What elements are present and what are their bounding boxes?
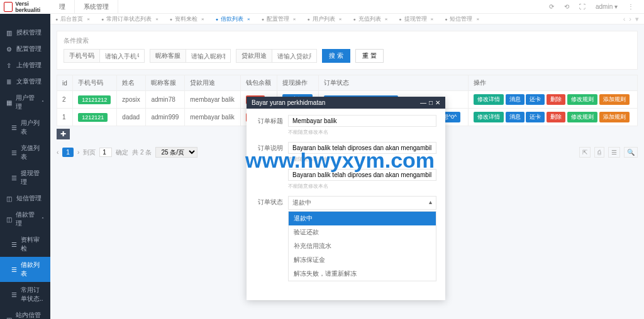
- op-cyan[interactable]: 修改详情: [474, 112, 504, 122]
- op-orange[interactable]: 添加规则: [599, 94, 630, 105]
- filter-input-1[interactable]: [186, 50, 230, 62]
- sidebar-item-4[interactable]: ▦用户管理˄: [0, 90, 50, 115]
- sidebar-subitem-4-2[interactable]: ☰提现管理: [0, 165, 50, 190]
- expand-icon[interactable]: ⛶: [579, 3, 586, 10]
- desc2-input[interactable]: [288, 169, 436, 181]
- tab-next-icon[interactable]: ›: [629, 15, 631, 23]
- pager-next[interactable]: ›: [77, 149, 79, 156]
- columns-icon[interactable]: ☰: [608, 147, 620, 158]
- refresh2-icon[interactable]: ⟲: [564, 3, 569, 10]
- sidebar-subitem-4-0[interactable]: ☰用户列表: [0, 115, 50, 140]
- sidebar-item-5[interactable]: ◫短信管理: [0, 190, 50, 207]
- more-icon[interactable]: ⋮: [628, 3, 634, 10]
- op-blue[interactable]: 还卡: [526, 94, 545, 105]
- maximize-icon[interactable]: □: [429, 99, 433, 106]
- op-orange[interactable]: 添加规则: [599, 112, 630, 122]
- tab-5[interactable]: 用户列表 ×: [303, 14, 347, 24]
- sidebar-item-1[interactable]: ⚙配置管理: [0, 41, 50, 57]
- phone-tag[interactable]: 1212121: [78, 113, 108, 122]
- column-header[interactable]: 手机号码: [73, 75, 117, 91]
- op-green[interactable]: 修改规则: [567, 94, 597, 105]
- tab-1[interactable]: 常用订单状态列表 ×: [96, 14, 164, 24]
- sidebar-item-0[interactable]: ▥授权管理: [0, 24, 50, 41]
- column-header[interactable]: 贷款用途: [185, 75, 241, 91]
- filter-input-0[interactable]: [272, 50, 316, 62]
- sidebar-subitem-4-1[interactable]: ☰充值列表: [0, 140, 50, 165]
- phone-tag[interactable]: 12121212: [78, 95, 111, 104]
- pager-size[interactable]: 25 条/页: [155, 147, 197, 158]
- op-red[interactable]: 删除: [547, 112, 565, 122]
- status-select[interactable]: 退款中▴: [288, 196, 436, 210]
- pager-page[interactable]: 1: [62, 148, 74, 157]
- filter-input-2[interactable]: [100, 50, 144, 62]
- pager-to-input[interactable]: [99, 148, 112, 157]
- column-header[interactable]: 提现操作: [277, 75, 319, 91]
- search2-icon[interactable]: 🔍: [624, 147, 638, 158]
- tab-menu-icon[interactable]: ▾: [635, 15, 639, 23]
- sidebar-item-7[interactable]: ◫站内信管理: [0, 307, 50, 319]
- dropdown-option[interactable]: 解冻失败，请重新解冻: [289, 267, 436, 281]
- sidebar-subitem-6-1[interactable]: ☰借款列表: [0, 257, 50, 282]
- dropdown-option[interactable]: 解冻保证金: [289, 253, 436, 267]
- tab-4[interactable]: 配置管理 ×: [257, 14, 301, 24]
- tab-prev-icon[interactable]: ‹: [623, 15, 626, 23]
- tab-3[interactable]: 借款列表 ×: [211, 14, 255, 24]
- tab-close-icon[interactable]: ×: [201, 16, 204, 22]
- column-header[interactable]: 姓名: [117, 75, 146, 91]
- sidebar-item-3[interactable]: ≣文章管理: [0, 73, 50, 90]
- tab-close-icon[interactable]: ×: [155, 16, 158, 22]
- tab-7[interactable]: 提现管理 ×: [394, 14, 438, 24]
- tab-8[interactable]: 短信管理 ×: [440, 14, 484, 24]
- tab-close-icon[interactable]: ×: [476, 16, 479, 22]
- op-blue[interactable]: 消息: [506, 94, 525, 105]
- top-tab-0[interactable]: 理: [50, 0, 75, 13]
- op-cyan[interactable]: 修改详情: [474, 94, 504, 105]
- tab-2[interactable]: 资料来检 ×: [165, 14, 209, 24]
- sidebar-item-6[interactable]: ◫借款管理˄: [0, 207, 50, 232]
- dropdown-option[interactable]: 退款中: [289, 212, 436, 225]
- submenu-icon: ☰: [11, 241, 17, 248]
- column-header[interactable]: 钱包余额: [241, 75, 277, 91]
- op-green[interactable]: 修改规则: [567, 112, 597, 122]
- op-blue[interactable]: 还卡: [526, 112, 545, 122]
- op-blue[interactable]: 消息: [506, 112, 525, 122]
- sidebar-item-2[interactable]: ⇧上传管理: [0, 57, 50, 73]
- top-tab-1[interactable]: 系统管理: [75, 0, 118, 13]
- menu-icon: ◫: [6, 195, 13, 202]
- pager-confirm[interactable]: 确定: [116, 148, 128, 157]
- tab-close-icon[interactable]: ×: [431, 16, 434, 22]
- tab-close-icon[interactable]: ×: [339, 16, 342, 22]
- print-icon[interactable]: ⎙: [594, 147, 604, 158]
- column-header[interactable]: 昵称客服: [146, 75, 185, 91]
- tab-close-icon[interactable]: ×: [385, 16, 388, 22]
- cell-agent: admin78: [146, 91, 185, 109]
- reset-button[interactable]: 重 置: [355, 49, 384, 63]
- tab-6[interactable]: 充值列表 ×: [348, 14, 392, 24]
- tab-close-icon[interactable]: ×: [247, 16, 250, 22]
- tab-0[interactable]: 后台首页 ×: [50, 14, 95, 24]
- tab-close-icon[interactable]: ×: [87, 16, 90, 22]
- close-icon[interactable]: ✕: [435, 99, 440, 106]
- export-icon[interactable]: ⇱: [579, 147, 591, 158]
- sidebar-subitem-6-2[interactable]: ☰常用订单状态..: [0, 282, 50, 307]
- dropdown-option[interactable]: 补充信用流水: [289, 239, 436, 253]
- column-header[interactable]: id: [57, 75, 73, 91]
- search-button[interactable]: 搜 索: [322, 49, 350, 63]
- cell-purpose: membayar balik: [185, 109, 241, 126]
- title-input[interactable]: [288, 115, 436, 127]
- op-red[interactable]: 删除: [547, 94, 565, 105]
- edit-modal: Bayar yuran perkhidmatan — □ ✕ 订单标题 不能随意…: [247, 97, 445, 300]
- sidebar-subitem-6-0[interactable]: ☰资料审检: [0, 232, 50, 257]
- menu-icon: ▥: [6, 30, 13, 36]
- desc-input[interactable]: [288, 142, 436, 154]
- user-menu[interactable]: admin ▾: [596, 3, 618, 10]
- logo: Versi berkualiti: [0, 0, 50, 14]
- column-header[interactable]: 操作: [468, 75, 637, 91]
- add-button[interactable]: ✚: [57, 129, 70, 139]
- refresh-icon[interactable]: ⟳: [549, 3, 554, 10]
- dropdown-option[interactable]: 验证还款: [289, 225, 436, 239]
- pager-prev[interactable]: ‹: [57, 149, 58, 156]
- tab-close-icon[interactable]: ×: [293, 16, 296, 22]
- minimize-icon[interactable]: —: [420, 99, 426, 106]
- column-header[interactable]: 订单状态: [319, 75, 469, 91]
